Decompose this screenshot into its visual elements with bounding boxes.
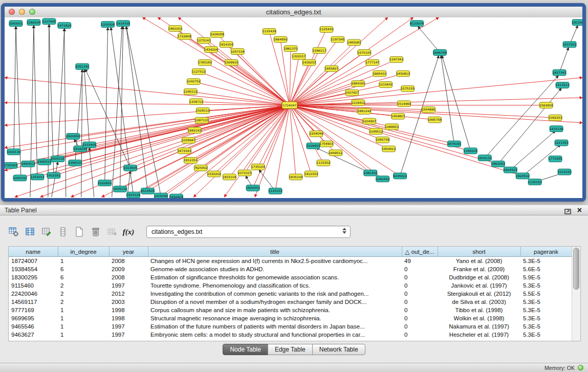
table-cell[interactable]: Hescheler et al. (1997) [438,331,520,339]
table-cell[interactable]: Investigating the contribution of common… [148,290,402,298]
table-cell[interactable]: Dudbridge et al. (2008) [438,273,520,281]
table-cell[interactable]: 2 [58,298,109,306]
graph-node[interactable]: 1415351 [47,172,61,179]
graph-node[interactable]: 1620433 [246,185,260,191]
table-cell[interactable]: 1998 [109,314,148,322]
graph-node[interactable]: 2071015 [238,170,252,176]
table-cell[interactable]: 19384554 [9,265,58,273]
graph-node[interactable]: 1679191 [447,141,461,147]
table-row[interactable]: 1872400712008Changes of HCN gene express… [9,257,572,266]
column-visibility-icon[interactable] [24,225,37,238]
graph-node[interactable]: 1042752 [187,79,201,85]
graph-node[interactable]: 1635104 [289,174,303,180]
table-cell[interactable]: Structural magnetic resonance image aver… [148,314,402,322]
graph-node[interactable]: 1471624 [57,23,71,29]
table-cell[interactable]: 0 [402,322,438,331]
graph-node[interactable]: 1013505 [123,165,137,171]
graph-hub-node[interactable]: 1724047 [282,102,297,109]
table-cell[interactable]: 18300295 [9,273,58,281]
graph-node[interactable]: 2204046 [310,131,323,137]
graph-node[interactable]: 1596117 [313,48,326,54]
graph-node[interactable]: 1530202 [207,171,221,177]
network-canvas[interactable]: 1861002172260812751411434204178518311275… [5,17,582,198]
graph-node[interactable]: 1322017 [292,54,306,60]
table-row[interactable]: 2242004622012Investigating the contribut… [9,290,572,298]
table-cell[interactable]: Nakamura et al. (1997) [438,322,520,331]
column-header[interactable]: name [9,247,58,257]
table-cell[interactable]: 5.5E-5 [520,290,572,298]
graph-node[interactable]: 1009947 [182,137,195,143]
column-header[interactable]: title [148,247,402,257]
graph-node[interactable]: 1089951 [385,124,399,130]
table-cell[interactable]: 5.3E-5 [520,306,572,314]
graph-node[interactable]: 1914204 [220,41,233,48]
table-cell[interactable]: 9115460 [9,281,58,290]
graph-node[interactable]: 1415139 [550,126,563,132]
graph-node[interactable]: 1043150 [13,175,27,181]
tab-edge-table[interactable]: Edge Table [268,344,313,355]
graph-node[interactable]: 2620650 [66,134,80,140]
graph-node[interactable]: 1518451 [307,143,320,149]
table-cell[interactable]: 1 [58,331,109,339]
graph-node[interactable]: 8133074 [410,20,424,27]
table-cell[interactable]: 2012 [109,290,148,298]
graph-node[interactable]: 1092450 [376,176,389,182]
table-cell[interactable]: 0 [402,290,438,298]
graph-node[interactable]: 1685410 [373,71,386,77]
table-cell[interactable]: 0 [402,273,438,281]
graph-node[interactable]: 2450813 [396,71,410,77]
graph-node[interactable]: 2520650 [98,180,112,186]
table-cell[interactable]: 2 [58,290,109,298]
table-cell[interactable]: 49 [402,257,438,266]
table-cell[interactable]: Tourette syndrome. Phenomenology and cla… [148,281,402,290]
table-cell[interactable]: 1997 [109,331,148,339]
graph-node[interactable]: 1664950 [274,36,288,42]
graph-node[interactable]: 1915125 [126,192,140,198]
graph-node[interactable]: 1895758 [428,117,442,123]
column-header[interactable]: pagerank [520,247,572,257]
tab-network-table[interactable]: Network Table [312,344,365,355]
graph-node[interactable]: 1914705 [116,20,130,27]
graph-node[interactable]: 1014150 [558,169,572,175]
table-cell[interactable]: 9777169 [9,306,58,314]
graph-node[interactable]: 1861242 [357,108,371,114]
table-cell[interactable]: 5.3E-5 [520,257,572,266]
table-cell[interactable]: 9699695 [9,314,58,322]
graph-node[interactable]: 1221353 [555,140,569,146]
table-cell[interactable]: 2009 [109,265,148,273]
graph-node[interactable]: 1260034 [27,19,41,26]
float-panel-icon[interactable] [564,207,571,213]
table-cell[interactable]: Estimation of the future numbers of pati… [148,322,402,331]
graph-node[interactable]: 1485083 [347,39,361,46]
table-cell[interactable]: Wolkin et al. (1998) [438,314,520,322]
scrollbar-thumb[interactable] [573,248,579,290]
table-cell[interactable]: Tibbo et al. (1998) [438,306,520,314]
graph-node[interactable]: 1060302 [363,170,377,176]
graph-node[interactable]: 1785183 [198,59,212,65]
table-cell[interactable]: 1 [58,306,109,314]
graph-node[interactable]: 7630404 [169,194,183,198]
graph-node[interactable]: 1854912 [382,146,396,152]
graph-node[interactable]: 1297343 [389,56,403,62]
graph-node[interactable]: 1087133 [195,117,209,123]
table-settings-icon[interactable] [7,225,20,238]
graph-node[interactable]: 1827341 [553,70,567,76]
graph-node[interactable]: 1849512 [329,150,343,156]
graph-node[interactable]: 1770345 [549,156,562,162]
table-cell[interactable]: 9463627 [9,331,58,339]
graph-node[interactable]: 1755301 [5,162,18,168]
import-table-icon[interactable] [105,225,119,238]
graph-node[interactable]: 1537251 [563,41,577,48]
table-cell[interactable]: Jankovic et al. (1997) [438,281,520,290]
tab-node-table[interactable]: Node Table [223,344,268,355]
graph-node[interactable]: 1082253 [549,115,562,121]
graph-node[interactable]: 1605132 [113,186,127,192]
graph-node[interactable]: 2043051 [9,20,23,27]
graph-node[interactable]: 1955827 [325,65,339,72]
table-cell[interactable]: 1998 [109,306,148,314]
graph-node[interactable]: 2204907 [362,118,376,124]
table-cell[interactable]: 0 [402,331,438,339]
table-cell[interactable]: Disruption of a novel member of a sodium… [148,298,402,306]
graph-node[interactable]: 1416253 [302,59,316,65]
edit-table-icon[interactable] [40,225,53,238]
